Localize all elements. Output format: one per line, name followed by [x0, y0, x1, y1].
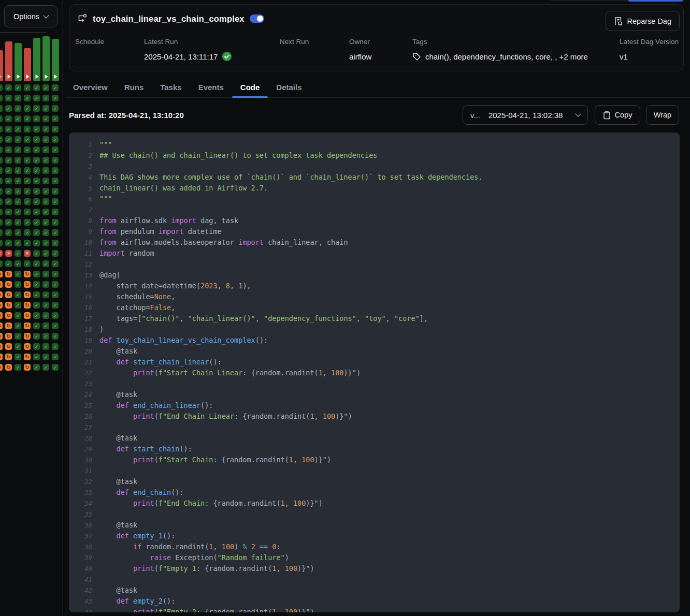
task-instance-success[interactable]: ✓ — [42, 250, 49, 257]
task-instance-success[interactable]: ✓ — [15, 84, 21, 91]
task-instance-success[interactable]: ✓ — [24, 188, 31, 195]
task-instance-success[interactable]: ✓ — [52, 354, 59, 360]
task-instance-success[interactable]: ✓ — [15, 209, 21, 215]
task-instance-retry[interactable]: ↻ — [5, 312, 12, 319]
task-instance-success[interactable]: ✓ — [52, 157, 59, 164]
task-instance-success[interactable]: ✓ — [33, 157, 40, 164]
task-instance-retry[interactable]: ↻ — [24, 354, 31, 360]
task-instance-success[interactable]: ✓ — [42, 240, 49, 246]
tab-events[interactable]: Events — [190, 77, 232, 97]
task-instance-success[interactable]: ✓ — [52, 115, 59, 122]
task-instance-success[interactable]: ✓ — [15, 146, 21, 153]
task-instance-success[interactable]: ✓ — [52, 333, 59, 340]
task-instance-success[interactable]: ✓ — [15, 250, 21, 257]
task-instance-success[interactable]: ✓ — [5, 198, 12, 205]
task-instance-success[interactable]: ✓ — [33, 364, 40, 371]
tab-runs[interactable]: Runs — [116, 77, 152, 97]
task-instance-success[interactable]: ✓ — [24, 126, 31, 133]
task-instance-success[interactable]: ✓ — [0, 198, 3, 205]
task-instance-retry[interactable]: ↻ — [0, 271, 3, 277]
task-instance-success[interactable]: ✓ — [33, 105, 40, 112]
task-instance-success[interactable]: ✓ — [15, 229, 21, 236]
task-instance-success[interactable]: ✓ — [15, 105, 21, 112]
task-instance-success[interactable]: ✓ — [15, 354, 21, 360]
task-instance-success[interactable]: ✓ — [5, 105, 12, 112]
task-instance-success[interactable]: ✓ — [33, 229, 40, 236]
task-instance-retry[interactable]: ↻ — [24, 312, 31, 319]
task-instance-success[interactable]: ✓ — [42, 115, 49, 122]
task-instance-success[interactable]: ✓ — [0, 126, 3, 133]
task-instance-success[interactable]: ✓ — [24, 219, 31, 226]
task-instance-success[interactable]: ✓ — [33, 240, 40, 246]
task-instance-success[interactable]: ✓ — [0, 136, 3, 143]
task-instance-success[interactable]: ✓ — [52, 281, 59, 288]
task-instance-retry[interactable]: ↻ — [0, 291, 3, 298]
task-instance-success[interactable]: ✓ — [52, 167, 59, 174]
task-instance-success[interactable]: ✓ — [15, 322, 21, 329]
task-instance-success[interactable]: ✓ — [42, 105, 49, 112]
task-instance-success[interactable]: ✓ — [42, 343, 49, 350]
dag-run-bar[interactable] — [42, 36, 50, 81]
task-instance-success[interactable]: ✓ — [5, 115, 12, 122]
task-instance-success[interactable]: ✓ — [42, 136, 49, 143]
tab-tasks[interactable]: Tasks — [152, 77, 190, 97]
task-instance-success[interactable]: ✓ — [5, 260, 12, 267]
task-instance-success[interactable]: ✓ — [15, 312, 21, 319]
task-instance-success[interactable]: ✓ — [24, 157, 31, 164]
task-instance-success[interactable]: ✓ — [15, 240, 21, 246]
task-instance-success[interactable]: ✓ — [52, 146, 59, 153]
task-instance-success[interactable]: ✓ — [52, 136, 59, 143]
task-instance-success[interactable]: ✓ — [42, 312, 49, 319]
task-instance-success[interactable]: ✓ — [24, 240, 31, 246]
task-instance-success[interactable]: ✓ — [0, 115, 3, 122]
task-instance-success[interactable]: ✓ — [52, 240, 59, 246]
dag-run-bar[interactable] — [24, 48, 31, 81]
task-instance-success[interactable]: ✓ — [5, 95, 12, 101]
tab-overview[interactable]: Overview — [65, 77, 116, 97]
task-instance-success[interactable]: ✓ — [24, 84, 31, 91]
task-instance-success[interactable]: ✓ — [24, 229, 31, 236]
task-instance-success[interactable]: ✓ — [5, 167, 12, 174]
task-instance-success[interactable]: ✓ — [0, 178, 3, 184]
task-instance-success[interactable]: ✓ — [52, 312, 59, 319]
task-instance-success[interactable]: ✓ — [15, 219, 21, 226]
task-instance-success[interactable]: ✓ — [15, 167, 21, 174]
task-instance-success[interactable]: ✓ — [5, 84, 12, 91]
task-instance-retry[interactable]: ↻ — [5, 333, 12, 340]
task-instance-success[interactable]: ✓ — [33, 291, 40, 298]
task-instance-success[interactable]: ✓ — [42, 84, 49, 91]
task-instance-retry[interactable]: ↻ — [24, 291, 31, 298]
task-instance-success[interactable]: ✓ — [5, 209, 12, 215]
task-instance-success[interactable]: ✓ — [0, 240, 3, 246]
task-instance-success[interactable]: ✓ — [15, 198, 21, 205]
task-instance-retry[interactable]: ↻ — [5, 364, 12, 371]
task-instance-success[interactable]: ✓ — [52, 260, 59, 267]
task-instance-success[interactable]: ✓ — [24, 260, 31, 267]
dag-run-bar[interactable] — [52, 39, 59, 81]
task-instance-retry[interactable]: ↻ — [5, 354, 12, 360]
task-instance-success[interactable]: ✓ — [0, 157, 3, 164]
task-instance-success[interactable]: ✓ — [15, 364, 21, 371]
task-instance-success[interactable]: ✓ — [24, 178, 31, 184]
task-instance-retry[interactable]: ↻ — [24, 302, 31, 309]
task-instance-success[interactable]: ✓ — [33, 188, 40, 195]
task-instance-success[interactable]: ✓ — [33, 146, 40, 153]
task-instance-retry[interactable]: ↻ — [5, 271, 12, 277]
tab-code[interactable]: Code — [232, 77, 268, 97]
task-instance-success[interactable]: ✓ — [33, 260, 40, 267]
task-instance-success[interactable]: ✓ — [52, 250, 59, 257]
task-instance-failed[interactable]: ✕ — [24, 250, 31, 257]
task-instance-success[interactable]: ✓ — [15, 271, 21, 277]
task-instance-success[interactable]: ✓ — [42, 198, 49, 205]
task-instance-success[interactable]: ✓ — [52, 198, 59, 205]
task-instance-success[interactable]: ✓ — [42, 322, 49, 329]
dag-code-viewer[interactable]: 1"""2## Use chain() and chain_linear() t… — [69, 133, 680, 612]
task-instance-success[interactable]: ✓ — [42, 157, 49, 164]
task-instance-success[interactable]: ✓ — [0, 219, 3, 226]
task-instance-success[interactable]: ✓ — [5, 126, 12, 133]
task-instance-success[interactable]: ✓ — [33, 322, 40, 329]
task-instance-success[interactable]: ✓ — [24, 198, 31, 205]
task-instance-retry[interactable]: ↻ — [0, 302, 3, 309]
task-instance-success[interactable]: ✓ — [33, 136, 40, 143]
task-instance-success[interactable]: ✓ — [5, 178, 12, 184]
